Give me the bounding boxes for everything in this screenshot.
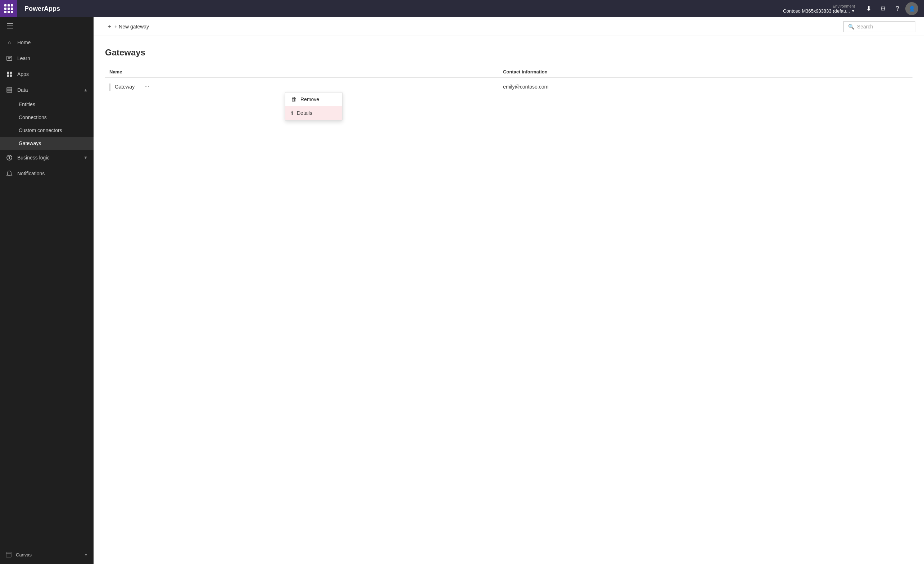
svg-point-11 [9, 157, 10, 159]
sidebar-item-custom-connectors-label: Custom connectors [19, 128, 62, 133]
table-row: Gateway ··· 🗑 Remove [105, 78, 912, 96]
sidebar-item-apps-label: Apps [17, 71, 88, 77]
data-chevron-icon: ▲ [84, 87, 88, 93]
sidebar-item-apps[interactable]: Apps [0, 66, 93, 82]
canvas-icon [6, 552, 12, 558]
search-box[interactable]: 🔍 Search [843, 21, 915, 32]
content-area: ＋ + New gateway 🔍 Search Gateways Name C… [93, 17, 924, 564]
business-logic-chevron-icon: ▼ [84, 155, 88, 160]
download-button[interactable]: ⬇ [862, 2, 875, 15]
sidebar-item-home[interactable]: ⌂ Home [0, 34, 93, 50]
col-name: Name [105, 66, 499, 78]
sidebar-item-business-logic-label: Business logic [17, 155, 79, 160]
svg-rect-8 [7, 89, 12, 91]
search-label: Search [857, 24, 873, 30]
svg-rect-9 [7, 91, 12, 93]
topbar-icons: ⬇ ⚙ ? 👤 [859, 2, 924, 15]
sidebar-item-entities[interactable]: Entities [0, 98, 93, 111]
page-content: Gateways Name Contact information Gatewa… [93, 36, 924, 564]
env-name: Contoso M365x933833 (defau... ▼ [783, 8, 855, 14]
sidebar-item-connections[interactable]: Connections [0, 111, 93, 124]
plus-icon: ＋ [106, 22, 112, 30]
col-contact: Contact information [499, 66, 912, 78]
svg-rect-7 [7, 87, 12, 89]
dropdown-menu: 🗑 Remove ℹ Details [285, 92, 342, 121]
new-gateway-button[interactable]: ＋ + New gateway [102, 21, 153, 32]
sidebar-toggle-button[interactable] [3, 19, 17, 33]
sidebar-item-home-label: Home [17, 40, 88, 45]
hamburger-icon [7, 23, 14, 28]
sidebar-bottom: Canvas ▼ [0, 545, 93, 564]
sidebar-item-learn-label: Learn [17, 56, 88, 61]
data-icon [6, 86, 13, 94]
sidebar-canvas-button[interactable]: Canvas ▼ [0, 548, 93, 561]
details-label: Details [297, 110, 312, 116]
svg-rect-12 [6, 552, 11, 557]
row-indicator [110, 84, 111, 91]
waffle-menu-button[interactable] [0, 0, 17, 17]
notifications-icon [6, 170, 13, 177]
topbar: PowerApps Environment Contoso M365x93383… [0, 0, 924, 17]
sidebar-item-data-label: Data [17, 87, 79, 93]
svg-rect-6 [10, 75, 12, 76]
apps-icon [6, 70, 13, 78]
user-avatar[interactable]: 👤 [905, 2, 918, 15]
sidebar-item-learn[interactable]: Learn [0, 50, 93, 66]
main-layout: ⌂ Home Learn [0, 17, 924, 564]
sidebar-item-entities-label: Entities [19, 102, 35, 107]
svg-rect-0 [7, 56, 12, 60]
sidebar-item-notifications[interactable]: Notifications [0, 166, 93, 182]
info-icon: ℹ [291, 110, 293, 117]
sidebar-item-gateways-label: Gateways [19, 140, 41, 146]
business-logic-icon [6, 154, 13, 161]
svg-rect-5 [7, 75, 9, 76]
page-title: Gateways [105, 48, 912, 58]
settings-button[interactable]: ⚙ [876, 2, 890, 15]
contact-email: emily@contoso.com [503, 84, 548, 90]
sidebar-item-data[interactable]: Data ▲ [0, 82, 93, 98]
remove-icon: 🗑 [291, 96, 297, 103]
dropdown-remove-item[interactable]: 🗑 Remove [285, 93, 342, 106]
sidebar-item-notifications-label: Notifications [17, 171, 88, 176]
remove-label: Remove [300, 96, 319, 102]
environment-selector[interactable]: Environment Contoso M365x933833 (defau..… [778, 4, 859, 14]
svg-rect-4 [10, 72, 12, 74]
sidebar: ⌂ Home Learn [0, 17, 93, 564]
svg-rect-3 [7, 72, 9, 74]
gateway-contact-cell: emily@contoso.com [499, 78, 912, 96]
app-brand: PowerApps [17, 5, 67, 13]
waffle-icon [4, 4, 13, 13]
sidebar-item-gateways[interactable]: Gateways [0, 137, 93, 150]
help-button[interactable]: ? [891, 2, 904, 15]
sidebar-item-custom-connectors[interactable]: Custom connectors [0, 124, 93, 137]
search-icon: 🔍 [848, 24, 854, 30]
gateway-name: Gateway [115, 84, 135, 90]
canvas-chevron-icon: ▼ [84, 553, 88, 557]
more-options-button[interactable]: ··· [142, 82, 152, 92]
sidebar-item-connections-label: Connections [19, 114, 47, 120]
gateway-name-cell: Gateway ··· 🗑 Remove [105, 78, 499, 96]
sidebar-item-business-logic[interactable]: Business logic ▼ [0, 150, 93, 166]
env-label: Environment [832, 4, 855, 8]
env-chevron-icon: ▼ [851, 9, 855, 13]
gateways-table: Name Contact information Gateway ··· [105, 66, 912, 96]
home-icon: ⌂ [6, 39, 13, 46]
dropdown-details-item[interactable]: ℹ Details [285, 106, 342, 120]
toolbar: ＋ + New gateway 🔍 Search [93, 17, 924, 36]
learn-icon [6, 55, 13, 62]
new-gateway-label: + New gateway [114, 24, 149, 30]
canvas-label: Canvas [16, 552, 32, 558]
